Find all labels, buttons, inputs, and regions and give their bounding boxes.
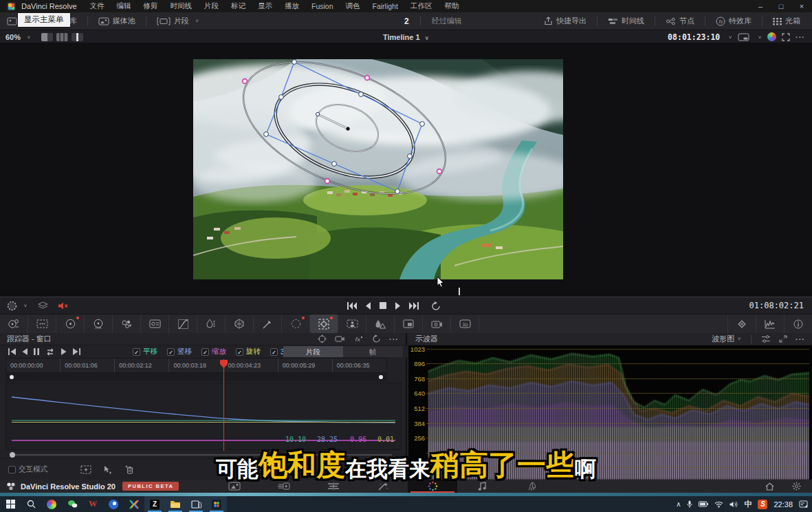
hdr-grade-icon[interactable]: HDR	[85, 314, 113, 333]
tab-clip[interactable]: 片段	[283, 346, 343, 357]
viewer-canvas[interactable]	[0, 43, 812, 297]
camera-app-icon[interactable]	[41, 496, 62, 512]
fx-small-icon[interactable]: fx	[353, 335, 364, 343]
menu-workspace[interactable]: 工作区	[404, 1, 439, 11]
track-back-button[interactable]	[22, 348, 28, 355]
wps-icon[interactable]: W	[83, 496, 103, 512]
clips-button[interactable]: 片段 ∨	[152, 16, 204, 26]
lightbox-button[interactable]: 光箱	[768, 16, 805, 26]
sogou-icon[interactable]: S	[758, 500, 767, 509]
settings-gear-icon[interactable]	[792, 482, 801, 491]
clock[interactable]: 22:38	[773, 500, 793, 509]
menu-mark[interactable]: 标记	[225, 1, 252, 11]
menu-help[interactable]: 帮助	[438, 1, 465, 11]
page-deliver[interactable]	[507, 480, 556, 493]
tracker-icon[interactable]	[310, 314, 338, 333]
tracker-ruler[interactable]: 00:00:00:00 00:00:01:06 00:00:02:12 00:0…	[6, 358, 387, 373]
menu-fairlight[interactable]: Fairlight	[366, 2, 404, 10]
scope-expand-icon[interactable]	[779, 335, 787, 343]
scopes-icon[interactable]	[756, 314, 784, 333]
pause-button[interactable]	[34, 348, 39, 355]
scope-mode-select[interactable]: 波形图 ∨	[712, 334, 741, 344]
wifi-icon[interactable]	[714, 501, 723, 508]
picker-icon[interactable]	[254, 314, 282, 333]
monitor-icon[interactable]	[738, 33, 749, 41]
keyframes-icon[interactable]	[727, 314, 756, 333]
microphone-icon[interactable]	[687, 500, 692, 509]
loop-button[interactable]	[431, 301, 441, 310]
window-outline-select[interactable]: ∨	[0, 301, 32, 311]
color-match-icon[interactable]	[141, 314, 169, 333]
bidirectional-track-button[interactable]	[45, 348, 55, 356]
patch-replacer-icon[interactable]	[395, 314, 423, 333]
checkbox-tilt[interactable]: ✓竖移	[167, 347, 192, 356]
menu-color[interactable]: 调色	[340, 1, 366, 11]
device-app-icon[interactable]	[186, 496, 206, 512]
version-count[interactable]: 2	[404, 17, 409, 26]
tracked-range-bar[interactable]	[6, 373, 387, 381]
color-wheels-icon[interactable]	[56, 314, 85, 333]
hidden-icons-chevron[interactable]: ∧	[676, 500, 681, 508]
scope-settings-icon[interactable]	[761, 335, 771, 343]
notification-icon[interactable]	[799, 500, 808, 509]
reset-icon[interactable]	[372, 334, 381, 343]
page-media[interactable]	[210, 480, 259, 493]
page-edit[interactable]	[309, 480, 358, 493]
window-icon[interactable]	[282, 314, 310, 333]
browser-icon[interactable]	[103, 496, 124, 512]
sizing-icon[interactable]	[28, 314, 56, 333]
close-button[interactable]: ×	[791, 2, 812, 10]
go-to-end-button[interactable]	[409, 302, 419, 310]
track-forward-button[interactable]	[61, 348, 67, 355]
menu-clip[interactable]: 片段	[198, 1, 225, 11]
photos-app-icon[interactable]	[206, 496, 227, 512]
menu-view[interactable]: 显示	[252, 1, 278, 11]
checkbox-rotate[interactable]: ✓旋转	[236, 347, 261, 356]
speaker-icon[interactable]	[729, 501, 738, 508]
menu-timeline[interactable]: 时间线	[164, 1, 199, 11]
effects-library-button[interactable]: fx 特效库	[711, 16, 756, 26]
smudge-removal-icon[interactable]	[423, 314, 451, 333]
page-color[interactable]	[408, 480, 457, 493]
crosshair-icon[interactable]	[318, 334, 327, 343]
playhead-line[interactable]	[223, 359, 224, 451]
z-app-icon[interactable]: Z	[144, 496, 165, 512]
camera-raw-icon[interactable]	[0, 314, 28, 333]
qualifier-icon[interactable]	[197, 314, 226, 333]
media-pool-button[interactable]: 媒体池	[94, 16, 140, 26]
app-logo-icon[interactable]	[7, 2, 16, 11]
mute-icon[interactable]	[58, 301, 69, 310]
menu-playback[interactable]: 播放	[278, 1, 305, 11]
track-to-start-button[interactable]	[8, 348, 16, 355]
page-fusion[interactable]	[358, 480, 408, 493]
range-start-dot[interactable]	[10, 375, 14, 379]
go-to-start-button[interactable]	[347, 302, 357, 310]
file-explorer-icon[interactable]	[165, 496, 186, 512]
menu-fusion[interactable]: Fusion	[305, 2, 340, 10]
menu-trim[interactable]: 修剪	[138, 1, 164, 11]
step-back-button[interactable]	[365, 302, 371, 310]
layers-icon[interactable]	[38, 301, 48, 310]
blur-icon[interactable]	[366, 314, 395, 333]
viewer-options-menu[interactable]: ···	[795, 33, 805, 41]
menu-file[interactable]: 文件	[84, 1, 111, 11]
rgb-mixer-icon[interactable]	[113, 314, 141, 333]
camera-3d-icon[interactable]	[335, 335, 345, 343]
page-cut[interactable]	[259, 480, 309, 493]
minimize-button[interactable]: –	[750, 2, 771, 10]
checkbox-pan[interactable]: ✓平移	[133, 347, 157, 356]
quick-export-button[interactable]: 快捷导出	[539, 16, 591, 26]
grades-icon[interactable]	[767, 32, 776, 41]
tracker-options-menu[interactable]: ···	[389, 335, 399, 343]
curves-icon[interactable]	[169, 314, 197, 333]
battery-icon[interactable]	[699, 501, 708, 507]
stop-button[interactable]	[380, 302, 386, 309]
info-icon[interactable]	[784, 314, 812, 333]
stereo-3d-icon[interactable]: 3D	[451, 314, 479, 333]
maximize-button[interactable]: □	[771, 2, 791, 10]
expand-icon[interactable]	[782, 33, 790, 41]
menu-edit[interactable]: 编辑	[111, 1, 138, 11]
play-button[interactable]	[395, 302, 401, 310]
tab-frame[interactable]: 帧	[343, 346, 403, 357]
home-icon[interactable]	[765, 482, 774, 491]
